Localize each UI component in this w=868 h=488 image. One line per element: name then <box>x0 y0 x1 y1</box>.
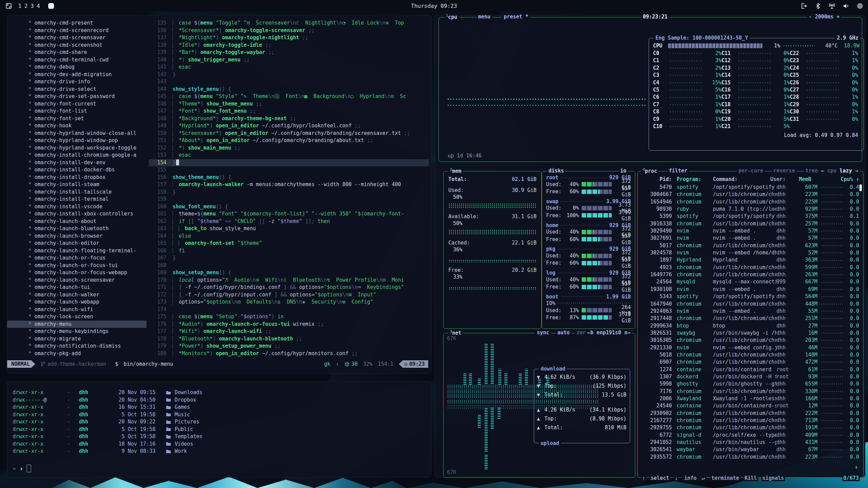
file-list-item[interactable]: *omarchy-launch-webapp <box>7 298 147 306</box>
code-line[interactable]: 172▏ [ -f ~/.config/hypr/input.conf ] &&… <box>149 291 429 299</box>
proc-box-title[interactable]: 4proc <box>641 168 659 174</box>
interval-control[interactable]: - 2000ms + <box>807 14 841 20</box>
mem-box-title[interactable]: 2mem <box>448 168 463 174</box>
code-line[interactable]: 178▏ *Bluetooth*) omarchy-launch-bluetoo… <box>149 335 429 343</box>
process-row[interactable]: 5470 spotify /opt/spotify/spotify -- dhh… <box>640 184 859 191</box>
shell-prompt[interactable]: ~ › <box>13 465 31 472</box>
process-row[interactable]: 3016305 chromium /usr/lib/chromium/chrom… <box>640 337 859 344</box>
code-line[interactable]: 136▏ *Screensaver*) omarchy-toggle-scree… <box>149 27 429 34</box>
header-command[interactable]: Command: <box>713 176 770 183</box>
sort-selector[interactable]: ← cpu lazy → <box>819 168 860 174</box>
process-row[interactable]: 2917448 chromium /usr/lib/chromium/chrom… <box>640 315 859 322</box>
code-line[interactable]: 168 <box>149 262 429 269</box>
file-list-item[interactable]: *omarchy-launch-about <box>7 218 147 225</box>
process-row[interactable]: 1897 Hyprland Hyprland dhh 363M 0.0 <box>640 256 859 264</box>
process-row[interactable]: 24540 containe /usr/bin/containerd-shi r… <box>640 402 859 409</box>
process-row[interactable]: 3004667 chromium /usr/lib/chromium/chrom… <box>640 191 859 198</box>
kill-button[interactable]: Kill <box>744 475 758 481</box>
file-list-item[interactable]: *omarchy-launch-wifi <box>7 306 147 313</box>
code-line[interactable]: 158} <box>149 189 429 196</box>
header-user[interactable]: User: <box>770 176 791 183</box>
file-list-item[interactable]: *omarchy-hook <box>7 122 147 130</box>
file-list-item[interactable]: *omarchy-launch-or-focus-tui <box>7 262 147 269</box>
file-list-item[interactable]: *omarchy-cmd-screenrecord <box>7 27 147 34</box>
file-list-item[interactable]: *omarchy-install-vscode <box>7 203 147 211</box>
code-line[interactable]: 152▏ *) show_main_menu ;; <box>149 144 429 152</box>
code-line[interactable]: 144show_style_menu() { <box>149 86 429 93</box>
workspace-button[interactable]: 3 <box>29 3 35 9</box>
io-toggle[interactable]: io <box>619 168 628 174</box>
code-line[interactable]: 150▏ *Screensaver*) open_in_editor ~/.co… <box>149 130 429 137</box>
process-row[interactable]: 2941052 nautilus /usr/bin/nautilus --gap… <box>640 439 859 446</box>
file-list-item[interactable]: *omarchy-install-steam <box>7 181 147 189</box>
file-list-item[interactable]: *omarchy-hyprland-window-pop <box>7 137 147 144</box>
file-list-item[interactable]: *omarchy-drive-select <box>7 86 147 93</box>
code-line[interactable]: 146▏ *Theme*) show_theme_menu ;; <box>149 100 429 108</box>
file-list-item[interactable]: *omarchy-launch-or-focus <box>7 254 147 262</box>
workspace-button[interactable]: 4 <box>35 3 41 9</box>
bluetooth-icon[interactable] <box>815 3 821 9</box>
file-list-item[interactable]: *omarchy-cmd-screenshot <box>7 42 147 49</box>
code-line[interactable]: 174 <box>149 306 429 313</box>
file-list-item[interactable]: *omarchy-launch-or-focus-webapp <box>7 269 147 277</box>
clock[interactable]: Thursday 09:23 <box>411 3 457 9</box>
file-list-item[interactable]: *omarchy-install-docker-dbs <box>7 166 147 174</box>
cpu-icon[interactable] <box>857 3 863 9</box>
workspace-button[interactable]: 1 <box>17 3 23 9</box>
process-row[interactable]: 4923 chromium /usr/lib/chromium/chrom dh… <box>640 264 859 271</box>
code-line[interactable]: 143 <box>149 78 429 86</box>
per-core-toggle[interactable]: per-core <box>737 168 765 174</box>
code-line[interactable]: 141▏ esac <box>149 64 429 71</box>
file-list-item[interactable]: *omarchy-migrate <box>7 335 147 343</box>
code-line[interactable]: 145▏ case $(menu "Style" "✎ Theme\nⒶ Fon… <box>149 93 429 100</box>
file-list-item[interactable]: *omarchy-install-chromium-google-a <box>7 152 147 159</box>
code-line[interactable]: 137▏ *Nightlight*) omarchy-toggle-nightl… <box>149 34 429 42</box>
code-line[interactable]: 167} <box>149 254 429 262</box>
file-list-item[interactable]: *omarchy-cmd-share <box>7 49 147 56</box>
code-line[interactable]: 171▏ [ -f ~/.config/hypr/bindings.conf ]… <box>149 284 429 291</box>
code-line[interactable]: 176▏ *Audio*) omarchy-launch-or-focus-tu… <box>149 321 429 328</box>
preset-button[interactable]: preset * <box>502 14 530 20</box>
process-row[interactable]: 24564 mysqld mysqld --max-connection 999… <box>640 278 859 285</box>
code-line[interactable]: 148▏ *Background*) omarchy-theme-bg-next… <box>149 115 429 123</box>
file-list-item[interactable]: *omarchy-cmd-terminal-cwd <box>7 56 147 64</box>
file-list-item[interactable]: *omarchy-install-tailscale <box>7 189 147 196</box>
code-line[interactable]: 179▏ *Power*) show_setup_power_menu ;; <box>149 343 429 350</box>
file-list-item[interactable]: *omarchy-hyprland-window-close-all <box>7 130 147 137</box>
process-row[interactable]: 2167277 chromium /usr/lib/chromium/chrom… <box>640 417 859 424</box>
process-row[interactable]: 1274 containe /usr/bin/containerd root 6… <box>640 366 859 373</box>
code-line[interactable]: 156show_theme_menu() { <box>149 174 429 181</box>
process-row[interactable]: 3026531 swaybg /usr/bin/swaybg -i /hom d… <box>640 330 859 337</box>
header-mem[interactable]: MemB <box>791 176 811 183</box>
code-line[interactable]: 166▏ fi <box>149 247 429 255</box>
process-row[interactable]: 1647940 chromium /usr/lib/chromium/chrom… <box>640 301 859 308</box>
terminate-button[interactable]: terminate <box>710 475 740 481</box>
process-row[interactable]: 3016338 chromium /usr/lib/chromium/chrom… <box>640 220 859 227</box>
code-line[interactable]: 154} <box>149 159 429 167</box>
cpu-box-title[interactable]: 1cpu <box>444 14 459 20</box>
code-line[interactable]: 155 <box>149 166 429 174</box>
process-row[interactable]: 98930 ruby puma 7.1.0 (tcp://local dhh 9… <box>640 206 859 213</box>
menu-button[interactable]: menu <box>476 14 492 20</box>
file-list-item[interactable]: *omarchy-install-dropbox <box>7 174 147 181</box>
net-auto-toggle[interactable]: auto <box>556 330 571 336</box>
info-button[interactable]: info ↵ <box>682 475 707 481</box>
reverse-toggle[interactable]: reverse <box>772 168 797 174</box>
process-row[interactable]: 2921330 nvim nvim --embed config.jso dhh… <box>640 344 859 351</box>
file-list-item[interactable]: *omarchy-lock-screen <box>7 313 147 321</box>
logout-icon[interactable] <box>801 3 807 9</box>
file-list-item[interactable]: *omarchy-launch-browser <box>7 233 147 240</box>
code-line[interactable]: 147▏ *Font*) show_font_menu ;; <box>149 108 429 115</box>
code-line[interactable]: 177▏ *Wifi*) omarchy-launch-wifi ;; <box>149 328 429 335</box>
select-button[interactable]: select <box>650 475 670 481</box>
process-row[interactable]: 1654946 chromium /usr/lib/chromium/chrom… <box>640 198 859 206</box>
process-row[interactable]: 3027691 nvim nvim --embed . dhh 57M 0.0 <box>640 235 859 242</box>
process-row[interactable]: 2935572 chromium /usr/lib/chromium/chrom… <box>640 454 859 461</box>
process-row[interactable]: 1649776 chromium /usr/lib/chromium/chrom… <box>640 271 859 278</box>
volume-icon[interactable] <box>843 3 849 9</box>
process-row[interactable]: 1307 dockerd /usr/bin/dockerd -H fd: roo… <box>640 373 859 380</box>
file-list-item[interactable]: *omarchy-notification-dismiss <box>7 343 147 350</box>
signals-button[interactable]: signals <box>761 475 785 481</box>
network-icon[interactable] <box>829 3 835 9</box>
file-list-item[interactable]: *omarchy-launch-tui <box>7 284 147 291</box>
